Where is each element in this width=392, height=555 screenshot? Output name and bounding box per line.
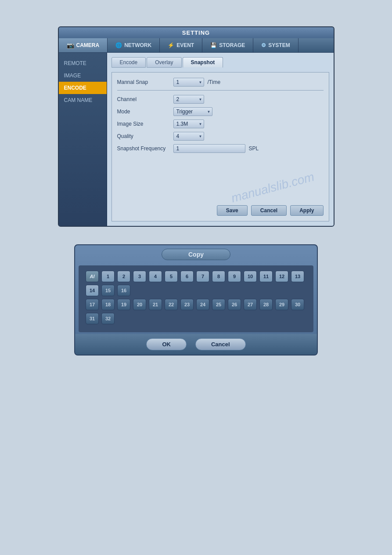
setting-titlebar: SETTING (59, 27, 334, 38)
mode-select-wrapper: TriggerContinuous (173, 107, 212, 116)
channel-btn-21[interactable]: 21 (149, 299, 162, 310)
watermark: manualslib.com (230, 170, 316, 205)
channel-btn-16[interactable]: 16 (117, 285, 130, 296)
channel-btn-1[interactable]: 1 (101, 271, 115, 282)
channel-btn-15[interactable]: 15 (101, 285, 115, 296)
nav-tab-system[interactable]: ⚙ SYSTEM (253, 38, 298, 52)
setting-body: REMOTE IMAGE ENCODE CAM NAME Encode (59, 53, 334, 226)
channel-btn-30[interactable]: 30 (291, 299, 304, 310)
manual-snap-unit: /Time (208, 79, 221, 85)
channel-btn-all[interactable]: AI (86, 271, 99, 282)
channel-btn-29[interactable]: 29 (275, 299, 288, 310)
setting-nav: 📷 CAMERA 🌐 NETWORK ⚡ EVENT 💾 STORAGE ⚙ S… (59, 38, 334, 53)
quality-select-wrapper: 41235 (173, 132, 204, 141)
channel-btn-7[interactable]: 7 (196, 271, 209, 282)
channel-btn-3[interactable]: 3 (133, 271, 146, 282)
copy-dialog: Copy AI 1 2 3 4 5 6 7 8 9 10 11 12 13 (74, 244, 318, 355)
channel-btn-10[interactable]: 10 (244, 271, 257, 282)
channel-btn-13[interactable]: 13 (291, 271, 304, 282)
sidebar-item-encode[interactable]: ENCODE (59, 82, 107, 94)
nav-tab-event[interactable]: ⚡ EVENT (160, 38, 202, 52)
form-divider (117, 90, 324, 91)
manual-snap-row: Mannal Snap 123 /Time (117, 78, 324, 87)
quality-select[interactable]: 41235 (173, 132, 204, 141)
setting-title: SETTING (182, 29, 210, 36)
channel-btn-2[interactable]: 2 (117, 271, 130, 282)
image-size-select[interactable]: 1.3M2M4M (173, 120, 204, 128)
channel-btn-27[interactable]: 27 (244, 299, 257, 310)
channel-btn-8[interactable]: 8 (212, 271, 225, 282)
apply-button[interactable]: Apply (290, 205, 323, 216)
quality-label: Quality (117, 133, 170, 139)
sidebar: REMOTE IMAGE ENCODE CAM NAME (59, 53, 107, 226)
sidebar-item-remote[interactable]: REMOTE (59, 57, 107, 69)
manual-snap-select-wrapper: 123 (173, 78, 204, 87)
channel-btn-23[interactable]: 23 (180, 299, 194, 310)
channel-select-wrapper: 213 (173, 95, 204, 104)
image-size-label: Image Size (117, 121, 170, 127)
mode-row: Mode TriggerContinuous (117, 107, 324, 116)
channel-label: Channel (117, 96, 170, 102)
main-content: Encode Overlay Snapshot Mannal Snap (107, 53, 334, 226)
channel-btn-6[interactable]: 6 (180, 271, 194, 282)
tab-snapshot[interactable]: Snapshot (183, 57, 223, 68)
channel-btn-9[interactable]: 9 (228, 271, 241, 282)
channel-btn-19[interactable]: 19 (117, 299, 130, 310)
nav-tab-storage[interactable]: 💾 STORAGE (202, 38, 253, 52)
tab-overlay[interactable]: Overlay (147, 57, 181, 68)
image-size-row: Image Size 1.3M2M4M (117, 120, 324, 128)
nav-tab-network[interactable]: 🌐 NETWORK (108, 38, 160, 52)
channel-btn-14[interactable]: 14 (86, 285, 99, 296)
storage-icon: 💾 (210, 42, 217, 48)
channel-btn-28[interactable]: 28 (259, 299, 273, 310)
channel-btn-12[interactable]: 12 (275, 271, 288, 282)
channel-btn-11[interactable]: 11 (259, 271, 273, 282)
manual-snap-select[interactable]: 123 (173, 78, 204, 87)
event-icon: ⚡ (168, 42, 174, 48)
channel-btn-22[interactable]: 22 (165, 299, 178, 310)
channel-btn-24[interactable]: 24 (196, 299, 209, 310)
channel-btn-26[interactable]: 26 (228, 299, 241, 310)
copy-ok-button[interactable]: OK (146, 338, 187, 350)
snapshot-freq-unit: SPL (249, 145, 259, 152)
channel-select[interactable]: 213 (173, 95, 204, 104)
copy-footer: OK Cancel (75, 334, 317, 355)
image-size-select-wrapper: 1.3M2M4M (173, 120, 204, 128)
copy-title-pill: Copy (162, 249, 230, 260)
channel-btn-5[interactable]: 5 (165, 271, 178, 282)
nav-storage-label: STORAGE (219, 42, 245, 48)
mode-select[interactable]: TriggerContinuous (173, 107, 212, 116)
nav-camera-label: CAMERA (76, 42, 100, 48)
channel-btn-32[interactable]: 32 (101, 313, 115, 324)
channel-row-1: AI 1 2 3 4 5 6 7 8 9 10 11 12 13 14 15 1… (86, 271, 306, 296)
sidebar-item-image[interactable]: IMAGE (59, 69, 107, 82)
system-icon: ⚙ (261, 42, 266, 48)
setting-panel: SETTING 📷 CAMERA 🌐 NETWORK ⚡ EVENT 💾 STO… (58, 26, 334, 227)
channel-btn-31[interactable]: 31 (86, 313, 99, 324)
nav-system-label: SYSTEM (268, 42, 290, 48)
nav-tab-camera[interactable]: 📷 CAMERA (59, 38, 108, 52)
channel-btn-20[interactable]: 20 (133, 299, 146, 310)
nav-network-label: NETWORK (124, 42, 151, 48)
mode-label: Mode (117, 109, 170, 115)
camera-icon: 📷 (67, 42, 74, 49)
snapshot-freq-input[interactable] (173, 144, 245, 153)
copy-title: Copy (188, 251, 204, 258)
network-icon: 🌐 (115, 42, 122, 48)
copy-cancel-button[interactable]: Cancel (195, 338, 246, 350)
form-button-row: Save Cancel Apply (217, 205, 324, 216)
channel-row-2: 17 18 19 20 21 22 23 24 25 26 27 28 29 3… (86, 299, 306, 324)
save-button[interactable]: Save (217, 205, 248, 216)
copy-titlebar: Copy (75, 245, 317, 264)
channel-btn-17[interactable]: 17 (86, 299, 99, 310)
channel-btn-18[interactable]: 18 (101, 299, 115, 310)
channel-btn-4[interactable]: 4 (149, 271, 162, 282)
snapshot-freq-label: Snapshot Frequency (117, 145, 170, 152)
sidebar-item-camname[interactable]: CAM NAME (59, 94, 107, 106)
channel-row: Channel 213 (117, 95, 324, 104)
channel-btn-25[interactable]: 25 (212, 299, 225, 310)
tab-encode[interactable]: Encode (111, 57, 146, 68)
cancel-button[interactable]: Cancel (251, 205, 287, 216)
nav-event-label: EVENT (176, 42, 194, 48)
manual-snap-label: Mannal Snap (117, 79, 170, 85)
